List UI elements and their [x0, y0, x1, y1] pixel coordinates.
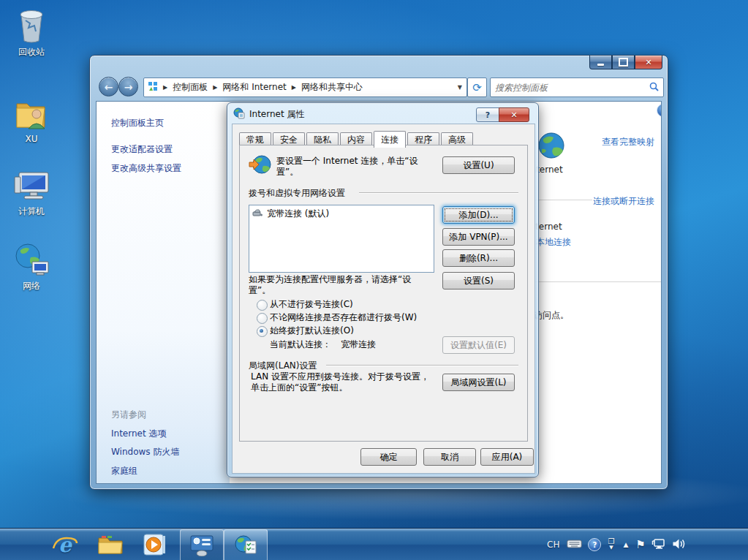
forward-icon: → [124, 81, 133, 93]
lan-instruction-text: LAN 设置不应用到拨号连接。对于拨号设置，单击上面的“设置”按钮。 [251, 371, 437, 393]
cancel-button-label: 取消 [441, 451, 458, 463]
refresh-button[interactable]: ⟳ [467, 77, 487, 97]
apply-button[interactable]: 应用(A) [480, 448, 534, 466]
breadcrumb-control-panel[interactable]: 控制面板 [173, 81, 208, 94]
sidebar-item-change-adapter[interactable]: 更改适配器设置 [111, 143, 173, 156]
desktop-icon-network[interactable]: 网络 [0, 240, 63, 292]
radio-dial-when-no-network[interactable] [257, 313, 268, 324]
breadcrumb-network-sharing[interactable]: 网络和共享中心 [301, 81, 363, 94]
view-full-map-link[interactable]: 查看完整映射 [602, 136, 654, 148]
remove-button[interactable]: 删除(R)... [442, 249, 515, 267]
lan-settings-button-label: 局域网设置(L) [450, 377, 506, 389]
internet-properties-dialog: Internet 属性 ? ✕ 常规 安全 隐私 内容 连接 程序 高级 要设置… [227, 102, 539, 477]
folder-icon [97, 534, 124, 556]
help-icon: ? [486, 110, 490, 120]
ie-orbit-icon [50, 535, 80, 554]
network-status-icon[interactable] [651, 538, 666, 552]
setup-button-label: 设置(U) [463, 159, 494, 172]
taskbar-ie-icon[interactable]: e [48, 529, 82, 560]
desktop-icon-recycle-bin[interactable]: 回收站 [0, 6, 63, 58]
radio-always-dial-label[interactable]: 始终拨打默认连接(O) [270, 325, 354, 336]
list-item-broadband[interactable]: 宽带连接 (默认) [249, 205, 434, 222]
back-button[interactable]: ← [99, 77, 118, 97]
connect-disconnect-link[interactable]: 连接或断开连接 [593, 195, 654, 208]
sidebar-item-control-panel-home[interactable]: 控制面板主页 [111, 117, 164, 129]
breadcrumb-separator[interactable]: ▶ [213, 84, 217, 91]
add-vpn-button-label: 添加 VPN(P)... [449, 231, 507, 243]
taskbar-internet-properties-button[interactable] [224, 529, 268, 560]
settings-button[interactable]: 设置(S) [442, 272, 515, 290]
tray-help-icon[interactable]: ? [588, 538, 601, 551]
desktop-icon-user-folder[interactable]: XU [0, 94, 63, 144]
dialup-group-title: 拨号和虚拟专用网络设置 [249, 187, 345, 200]
connections-tab-page: 要设置一个 Internet 连接，单击“设置”。 设置(U) 拨号和虚拟专用网… [239, 145, 528, 442]
show-hidden-icons-button[interactable]: ▲ [623, 541, 628, 548]
ok-button[interactable]: 确定 [360, 448, 417, 466]
window-caption-buttons: ✕ [589, 56, 662, 69]
add-button[interactable]: 添加(D)... [442, 206, 515, 224]
recycle-bin-icon [0, 6, 63, 44]
taskbar-explorer-icon[interactable] [94, 529, 127, 560]
keyboard-icon[interactable] [567, 539, 582, 551]
breadcrumb-separator[interactable]: ▶ [292, 84, 296, 91]
internet-setup-icon [249, 154, 272, 177]
search-box[interactable] [490, 77, 664, 97]
close-icon: ✕ [510, 110, 517, 120]
lan-settings-button[interactable]: 局域网设置(L) [442, 374, 515, 391]
input-language-indicator[interactable]: CH [547, 540, 559, 550]
maximize-icon [619, 58, 628, 67]
help-icon[interactable]: ? [657, 104, 662, 117]
back-icon: ← [105, 81, 113, 93]
dialog-close-button[interactable]: ✕ [499, 107, 529, 122]
add-vpn-button[interactable]: 添加 VPN(P)... [442, 228, 515, 246]
volume-icon[interactable] [672, 538, 685, 552]
see-also-header: 另请参阅 [111, 409, 146, 421]
cancel-button[interactable]: 取消 [423, 448, 476, 466]
radio-dial-when-no-network-label[interactable]: 不论网络连接是否存在都进行拨号(W) [270, 312, 417, 323]
sidebar-item-internet-options[interactable]: Internet 选项 [111, 428, 166, 440]
minimize-button[interactable] [589, 56, 612, 69]
radio-never-dial[interactable] [257, 300, 268, 311]
minimize-icon [597, 64, 604, 66]
lan-group-title: 局域网(LAN)设置 [249, 360, 317, 372]
dialog-help-button[interactable]: ? [476, 107, 499, 122]
sidebar-item-homegroup[interactable]: 家庭组 [111, 465, 137, 477]
settings-button-label: 设置(S) [464, 275, 494, 287]
sidebar-item-windows-firewall[interactable]: Windows 防火墙 [111, 446, 179, 458]
system-tray: CH ? ❐ ▼ ▲ ⚑ [547, 529, 685, 560]
remove-button-label: 删除(R)... [459, 252, 498, 265]
apply-button-label: 应用(A) [492, 451, 523, 463]
tray-window-restore-icon[interactable]: ❐ ▼ [608, 539, 614, 550]
taskbar-media-player-icon[interactable] [137, 529, 171, 560]
tab-connections[interactable]: 连接 [374, 131, 406, 148]
breadcrumb: ▶ 控制面板 ▶ 网络和 Internet ▶ 网络和共享中心 ▼ [143, 77, 467, 97]
internet-properties-icon [233, 534, 258, 556]
taskbar-control-panel-button[interactable] [180, 529, 224, 560]
local-connection-link[interactable]: 本地连接 [536, 236, 571, 249]
desktop: 回收站 XU 计算机 网络 ✕ ← → ▶ 控制面板 [0, 0, 748, 560]
set-default-button-label: 设置默认值(E) [450, 339, 507, 352]
set-default-button[interactable]: 设置默认值(E) [442, 336, 515, 354]
search-input[interactable] [491, 83, 649, 93]
radio-never-dial-label[interactable]: 从不进行拨号连接(C) [270, 299, 353, 310]
breadcrumb-network-internet[interactable]: 网络和 Internet [222, 81, 286, 94]
maximize-button[interactable] [612, 56, 635, 69]
breadcrumb-separator[interactable]: ▶ [163, 84, 167, 91]
breadcrumb-dropdown-icon[interactable]: ▼ [458, 84, 462, 91]
sidebar-item-advanced-sharing[interactable]: 更改高级共享设置 [111, 162, 181, 175]
group-divider [326, 365, 518, 366]
close-icon: ✕ [645, 58, 651, 67]
search-icon [649, 82, 659, 94]
dialog-client-area: 常规 安全 隐私 内容 连接 程序 高级 要设置一个 Internet 连接，单… [232, 124, 535, 474]
radio-always-dial[interactable] [257, 326, 268, 337]
desktop-icon-computer[interactable]: 计算机 [0, 165, 63, 218]
network-icon [0, 240, 63, 278]
media-player-icon [142, 533, 167, 556]
close-button[interactable]: ✕ [635, 56, 662, 69]
action-center-flag-icon[interactable]: ⚑ [635, 538, 645, 551]
list-item-label: 宽带连接 (默认) [267, 208, 329, 220]
forward-button[interactable]: → [118, 77, 138, 97]
connections-listbox[interactable]: 宽带连接 (默认) [249, 205, 434, 273]
dialog-title: Internet 属性 [249, 108, 304, 121]
setup-button[interactable]: 设置(U) [442, 156, 515, 174]
